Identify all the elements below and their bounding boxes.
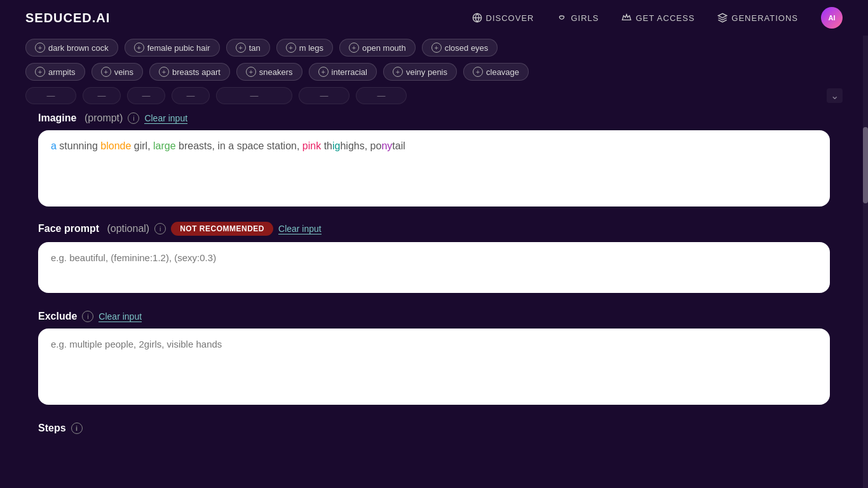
layers-icon: [717, 13, 728, 23]
exclude-clear-link[interactable]: Clear input: [98, 311, 142, 322]
tag-label: interracial: [332, 67, 367, 77]
tag-label: breasts apart: [172, 67, 220, 77]
tag-female-pubic-hair[interactable]: + female pubic hair: [125, 39, 220, 57]
nav-girls-label: GIRLS: [571, 13, 599, 23]
user-avatar[interactable]: AI: [821, 7, 843, 29]
tag-placeholder-7: —: [356, 87, 407, 104]
imagine-label-paren: (prompt): [81, 112, 123, 124]
plus-icon: +: [101, 67, 111, 77]
scrollbar-track[interactable]: [863, 0, 868, 488]
exclude-info-icon[interactable]: i: [82, 311, 93, 322]
globe-icon: [472, 13, 482, 23]
plus-icon: +: [349, 43, 359, 53]
exclude-textarea[interactable]: [38, 329, 830, 405]
nav-generations[interactable]: GENERATIONS: [717, 13, 798, 23]
plus-icon: +: [473, 67, 483, 77]
imagine-label-row: Imagine (prompt) i Clear input: [38, 112, 830, 124]
tag-m-legs[interactable]: + m legs: [276, 39, 333, 57]
tag-sneakers[interactable]: + sneakers: [236, 63, 302, 81]
tag-label: closed eyes: [445, 43, 489, 53]
crown-icon: [621, 13, 632, 23]
tag-placeholder-1: —: [25, 87, 76, 104]
plus-icon: +: [431, 43, 442, 53]
tag-armpits[interactable]: + armpits: [25, 63, 85, 81]
tag-label: open mouth: [362, 43, 406, 53]
imagine-info-icon[interactable]: i: [128, 112, 139, 124]
tags-row-2: + armpits + veins + breasts apart + snea…: [25, 60, 843, 84]
plus-icon: +: [35, 67, 45, 77]
imagine-section: Imagine (prompt) i Clear input a stunnin…: [38, 112, 830, 207]
plus-icon: +: [393, 67, 403, 77]
tag-placeholder-3: —: [127, 87, 165, 104]
tag-label: m legs: [299, 43, 323, 53]
tag-label: sneakers: [259, 67, 293, 77]
scrollbar-thumb[interactable]: [863, 127, 868, 203]
plus-icon: +: [246, 67, 256, 77]
exclude-section: Exclude i Clear input: [38, 311, 830, 407]
main-content: Imagine (prompt) i Clear input a stunnin…: [0, 112, 868, 434]
face-prompt-label-main: Face prompt: [38, 223, 99, 234]
face-prompt-section: Face prompt (optional) i NOT RECOMMENDED…: [38, 222, 830, 295]
tag-closed-eyes[interactable]: + closed eyes: [422, 39, 498, 57]
tag-tan[interactable]: + tan: [226, 39, 270, 57]
tags-section: + dark brown cock + female pubic hair + …: [0, 36, 868, 107]
face-prompt-clear-link[interactable]: Clear input: [278, 224, 322, 234]
steps-info-icon[interactable]: i: [71, 423, 83, 434]
tag-placeholder-5: —: [216, 87, 292, 104]
tag-breasts-apart[interactable]: + breasts apart: [149, 63, 230, 81]
imagine-prompt-text: a stunning blonde girl, large breasts, i…: [51, 140, 405, 151]
nav-get-access[interactable]: GET ACCESS: [621, 13, 695, 23]
steps-label: Steps: [38, 423, 66, 434]
plus-icon: +: [286, 43, 296, 53]
face-prompt-label-row: Face prompt (optional) i NOT RECOMMENDED…: [38, 222, 830, 236]
nav-discover-label: DISCOVER: [486, 13, 534, 23]
plus-icon: +: [236, 43, 246, 53]
plus-icon: +: [318, 67, 329, 77]
exclude-label-main: Exclude: [38, 311, 77, 322]
tag-label: female pubic hair: [147, 43, 210, 53]
nav-discover[interactable]: DISCOVER: [472, 13, 534, 23]
steps-label-row: Steps i: [38, 423, 830, 434]
tag-interracial[interactable]: + interracial: [309, 63, 377, 81]
tag-veins[interactable]: + veins: [92, 63, 143, 81]
imagine-label-main: Imagine: [38, 112, 76, 124]
tag-dark-brown-cock[interactable]: + dark brown cock: [25, 39, 118, 57]
exclude-label-row: Exclude i Clear input: [38, 311, 830, 322]
nav-girls[interactable]: GIRLS: [557, 13, 599, 23]
brand-logo: SEDUCED.AI: [25, 11, 110, 25]
tags-row-1: + dark brown cock + female pubic hair + …: [25, 36, 843, 60]
face-prompt-label-paren: (optional): [104, 223, 149, 234]
tag-veiny-penis[interactable]: + veiny penis: [383, 63, 457, 81]
tag-label: armpits: [48, 67, 76, 77]
plus-icon: +: [134, 43, 144, 53]
tag-open-mouth[interactable]: + open mouth: [339, 39, 416, 57]
tag-placeholder-4: —: [172, 87, 210, 104]
plus-icon: +: [35, 43, 45, 53]
tag-label: veiny penis: [406, 67, 447, 77]
tag-label: dark brown cock: [48, 43, 109, 53]
lips-icon: [557, 13, 567, 23]
tag-label: tan: [249, 43, 261, 53]
face-prompt-info-icon[interactable]: i: [154, 223, 166, 234]
navbar: SEDUCED.AI DISCOVER GIRLS GET ACCESS GEN…: [0, 0, 868, 36]
tag-label: cleavage: [486, 67, 519, 77]
not-recommended-badge: NOT RECOMMENDED: [171, 222, 273, 236]
nav-get-access-label: GET ACCESS: [635, 13, 695, 23]
tag-cleavage[interactable]: + cleavage: [463, 63, 529, 81]
tag-placeholder-6: —: [299, 87, 349, 104]
imagine-prompt-box[interactable]: a stunning blonde girl, large breasts, i…: [38, 130, 830, 207]
plus-icon: +: [159, 67, 169, 77]
svg-marker-2: [719, 13, 727, 18]
imagine-clear-link[interactable]: Clear input: [144, 113, 187, 124]
nav-links: DISCOVER GIRLS GET ACCESS GENERATIONS AI: [472, 7, 843, 29]
nav-generations-label: GENERATIONS: [731, 13, 798, 23]
tag-placeholder-2: —: [83, 87, 121, 104]
tags-row-3: — — — — — — — ⌄: [25, 84, 843, 107]
tag-label: veins: [114, 67, 133, 77]
expand-tags-button[interactable]: ⌄: [827, 88, 843, 103]
face-prompt-textarea[interactable]: [38, 242, 830, 293]
